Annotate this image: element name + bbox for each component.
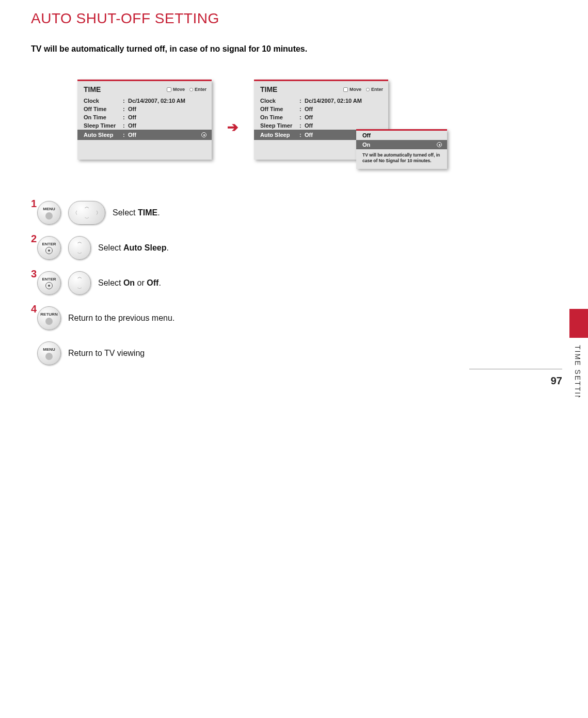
return-button[interactable]: RETURN [37,306,61,330]
step-2: 2 ENTER ︿ ﹀ Select Auto Sleep. [33,236,557,260]
page-title: AUTO SHUT-OFF SETTING [31,10,557,27]
enter-icon [45,247,53,254]
arrow-right-icon: ➔ [227,119,239,135]
menu-row-sleeptimer: Sleep Timer:Off [254,121,388,130]
side-tab: TIME SETTING [569,309,588,397]
target-icon [437,142,442,147]
step-text: Select TIME. [113,208,160,217]
page-number: 97 [551,375,562,387]
menu-row-offtime: Off Time:Off [254,105,388,113]
dpad-button[interactable]: ︿ ﹀ 〈 〉 [68,201,105,225]
chevron-left-icon: 〈 [73,210,77,216]
menu-row-sleeptimer: Sleep Timer:Off [77,121,212,130]
page-subtitle: TV will be automatically turned off, in … [31,44,557,54]
step-text: Select Auto Sleep. [98,243,169,253]
enter-button[interactable]: ENTER [37,236,61,260]
option-on-selected[interactable]: On [356,140,447,149]
enter-icon [45,282,53,289]
menu-button[interactable]: MENU [37,201,61,225]
footer-divider [469,369,562,369]
move-hint: MoveEnter [343,87,383,92]
menu-row-clock: Clock:Dc/14/2007, 02:10 AM [254,97,388,105]
dpad-icon [343,87,348,92]
updown-button[interactable]: ︿ ﹀ [68,236,91,260]
chevron-up-icon: ︿ [77,274,82,280]
step-number: 4 [31,303,37,315]
chevron-down-icon: ﹀ [77,286,82,292]
option-off[interactable]: Off [356,131,447,140]
step-4: 4 RETURN Return to the previous menu. [33,306,557,330]
chevron-down-icon: ﹀ [85,215,89,222]
chevron-up-icon: ︿ [77,239,82,245]
menu-row-ontime: On Time:Off [77,113,212,121]
menu-row-autosleep-selected[interactable]: Auto Sleep:Off [77,130,212,140]
side-tab-accent [569,309,588,338]
step-text: Return to TV viewing [68,349,145,358]
step-1: 1 MENU ︿ ﹀ 〈 〉 Select TIME. [33,201,557,225]
move-hint: MoveEnter [167,87,206,92]
step-menu-return: MENU Return to TV viewing [33,341,557,365]
step-text: Return to the previous menu. [68,314,174,323]
autosleep-option-popup: Off On TV will be automatically turned o… [356,129,447,169]
time-menu-panel-before: TIME MoveEnter Clock:Dc/14/2007, 02:10 A… [77,80,212,160]
step-number: 2 [31,233,37,245]
menu-row-clock: Clock:Dc/14/2007, 02:10 AM [77,97,212,105]
button-icon [45,353,53,360]
chevron-up-icon: ︿ [85,204,89,210]
button-icon [45,318,53,325]
panel-title: TIME [260,85,343,93]
updown-button[interactable]: ︿ ﹀ [68,271,91,295]
button-icon [45,212,53,220]
chevron-down-icon: ﹀ [77,251,82,257]
enter-dot-icon [189,88,193,91]
panel-title: TIME [84,85,167,93]
enter-button[interactable]: ENTER [37,271,61,295]
menu-row-offtime: Off Time:Off [77,105,212,113]
step-text: Select On or Off. [98,278,161,288]
popup-message: TV will be automatically turned off, in … [356,149,447,169]
menu-button[interactable]: MENU [37,341,61,365]
chevron-right-icon: 〉 [96,210,101,216]
step-number: 3 [31,268,37,280]
step-number: 1 [31,198,37,210]
enter-dot-icon [366,88,370,91]
dpad-icon [167,87,171,92]
target-icon [201,132,206,137]
step-3: 3 ENTER ︿ ﹀ Select On or Off. [33,271,557,295]
section-label: TIME SETTING [569,338,582,397]
menu-row-ontime: On Time:Off [254,113,388,121]
